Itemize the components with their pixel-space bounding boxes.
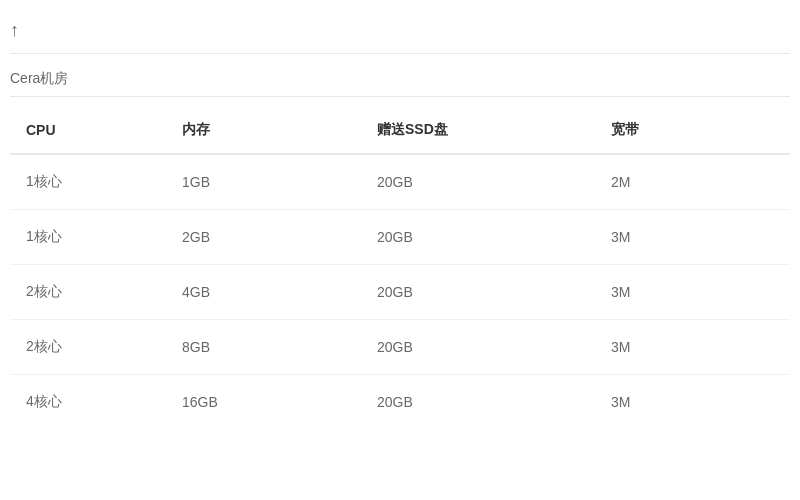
section-label: Cera机房 xyxy=(10,70,790,97)
cell-ssd: 20GB xyxy=(361,154,595,210)
cell-bandwidth: 3M xyxy=(595,375,790,430)
cell-memory: 2GB xyxy=(166,210,361,265)
cell-memory: 1GB xyxy=(166,154,361,210)
cell-cpu: 4核心 xyxy=(10,375,166,430)
table-row: 2核心8GB20GB3M xyxy=(10,320,790,375)
cell-cpu: 1核心 xyxy=(10,154,166,210)
cell-bandwidth: 3M xyxy=(595,210,790,265)
table-row: 1核心2GB20GB3M xyxy=(10,210,790,265)
back-arrow-icon[interactable]: ↑ xyxy=(10,20,19,41)
header-cpu: CPU xyxy=(10,107,166,154)
cell-memory: 4GB xyxy=(166,265,361,320)
header-memory: 内存 xyxy=(166,107,361,154)
cell-bandwidth: 3M xyxy=(595,265,790,320)
table-row: 4核心16GB20GB3M xyxy=(10,375,790,430)
cell-cpu: 2核心 xyxy=(10,265,166,320)
page-container: ↑ Cera机房 CPU 内存 赠送SSD盘 宽带 1核心1GB20GB2M1核… xyxy=(0,0,800,500)
cell-ssd: 20GB xyxy=(361,320,595,375)
specs-table: CPU 内存 赠送SSD盘 宽带 1核心1GB20GB2M1核心2GB20GB3… xyxy=(10,107,790,429)
cell-bandwidth: 2M xyxy=(595,154,790,210)
header-ssd: 赠送SSD盘 xyxy=(361,107,595,154)
page-title-row: ↑ xyxy=(10,20,790,54)
cell-cpu: 2核心 xyxy=(10,320,166,375)
cell-memory: 8GB xyxy=(166,320,361,375)
cell-bandwidth: 3M xyxy=(595,320,790,375)
cell-ssd: 20GB xyxy=(361,210,595,265)
cell-cpu: 1核心 xyxy=(10,210,166,265)
table-row: 1核心1GB20GB2M xyxy=(10,154,790,210)
header-bandwidth: 宽带 xyxy=(595,107,790,154)
cell-memory: 16GB xyxy=(166,375,361,430)
cell-ssd: 20GB xyxy=(361,265,595,320)
table-row: 2核心4GB20GB3M xyxy=(10,265,790,320)
cell-ssd: 20GB xyxy=(361,375,595,430)
table-header-row: CPU 内存 赠送SSD盘 宽带 xyxy=(10,107,790,154)
